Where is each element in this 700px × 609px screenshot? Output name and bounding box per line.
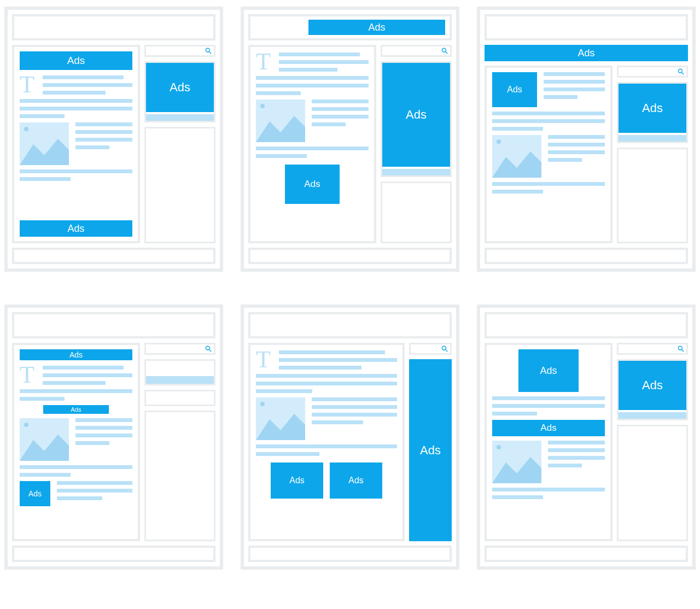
ad-top-box: Ads	[518, 349, 579, 392]
search-bar	[409, 343, 452, 355]
footer-placeholder	[485, 546, 688, 562]
svg-line-7	[446, 52, 448, 54]
svg-point-2	[206, 48, 209, 52]
image-placeholder	[492, 135, 541, 178]
ad-sidebar-box: Ads	[146, 63, 214, 112]
ad-mid-banner: Ads	[492, 420, 605, 436]
svg-point-9	[497, 139, 501, 144]
footer-placeholder	[485, 248, 688, 264]
ad-inline-box-2: Ads	[330, 462, 382, 499]
footer-placeholder	[248, 248, 452, 264]
ad-sidebar-tall: Ads	[382, 63, 450, 167]
layout-card-5: T	[241, 304, 459, 570]
svg-point-10	[678, 69, 682, 73]
svg-point-22	[678, 346, 682, 350]
ad-inline-box: Ads	[285, 165, 340, 204]
image-placeholder	[492, 441, 541, 483]
ad-sidebar-box: Ads	[619, 84, 686, 133]
ad-header-banner: Ads	[308, 20, 445, 35]
layout-grid: Ads T	[4, 7, 696, 570]
ad-inline-left: Ads	[492, 72, 537, 107]
ad-tiny-banner: Ads	[43, 405, 109, 414]
svg-point-1	[24, 127, 28, 131]
ad-bottom-banner: Ads	[20, 220, 132, 237]
svg-marker-8	[492, 151, 541, 178]
header-placeholder	[12, 312, 215, 338]
svg-point-5	[260, 104, 265, 108]
svg-point-18	[442, 346, 446, 350]
svg-marker-0	[20, 139, 69, 165]
svg-line-23	[682, 350, 684, 352]
dropcap: T	[256, 51, 273, 72]
ad-skyscraper: Ads	[409, 359, 452, 541]
search-icon	[677, 345, 685, 353]
search-bar	[617, 66, 688, 78]
svg-line-11	[682, 73, 684, 75]
image-placeholder	[256, 99, 305, 142]
layout-card-4: Ads T Ads	[4, 304, 223, 570]
header-placeholder	[12, 14, 215, 40]
layout-card-2: Ads T	[241, 7, 459, 272]
image-placeholder	[20, 418, 69, 461]
svg-line-19	[446, 350, 448, 352]
svg-point-13	[24, 423, 28, 427]
search-icon	[677, 68, 685, 75]
ad-thin-banner: Ads	[20, 349, 132, 360]
svg-marker-16	[256, 414, 305, 440]
svg-marker-4	[256, 116, 305, 142]
svg-point-6	[442, 48, 446, 52]
footer-placeholder	[12, 248, 215, 264]
ad-inline-box-1: Ads	[271, 462, 323, 499]
dropcap: T	[256, 349, 273, 370]
svg-marker-20	[492, 457, 541, 483]
image-placeholder	[256, 397, 305, 440]
search-bar	[617, 343, 688, 355]
layout-card-6: Ads Ads	[477, 304, 696, 570]
search-bar	[381, 45, 452, 57]
image-placeholder	[20, 122, 69, 165]
footer-placeholder	[12, 546, 215, 562]
dropcap: T	[20, 74, 37, 95]
layout-card-1: Ads T	[4, 7, 223, 272]
search-icon	[441, 47, 448, 55]
ad-top-banner: Ads	[20, 51, 132, 70]
ad-sidebar-box: Ads	[619, 361, 686, 410]
search-icon	[205, 345, 212, 353]
search-icon	[441, 345, 448, 353]
header-placeholder	[485, 312, 688, 338]
svg-point-14	[206, 346, 209, 350]
ad-small-box: Ads	[20, 481, 50, 506]
svg-marker-12	[20, 435, 69, 461]
dropcap: T	[20, 365, 37, 385]
svg-point-21	[497, 445, 501, 449]
search-bar	[144, 343, 215, 355]
header-placeholder	[248, 312, 452, 338]
footer-placeholder	[248, 546, 452, 562]
layout-card-3: Ads Ads	[477, 7, 696, 272]
svg-line-15	[209, 350, 212, 352]
ad-fullwidth-banner: Ads	[485, 45, 688, 61]
svg-line-3	[209, 52, 212, 54]
header-placeholder	[485, 14, 688, 40]
svg-point-17	[260, 402, 265, 406]
search-bar	[144, 45, 215, 57]
search-icon	[205, 47, 212, 55]
